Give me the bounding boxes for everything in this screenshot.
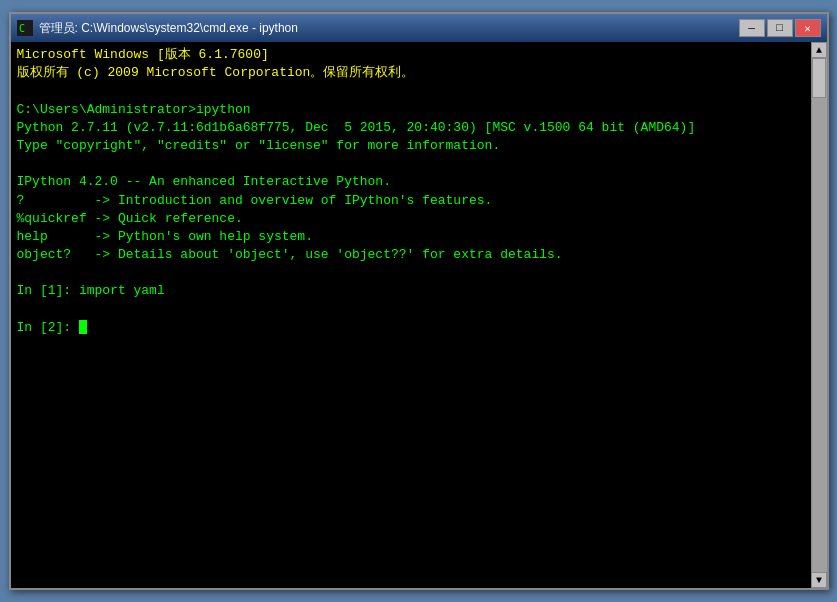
- terminal-output[interactable]: Microsoft Windows [版本 6.1.7600] 版权所有 (c)…: [11, 42, 811, 588]
- line-4: Python 2.7.11 (v2.7.11:6d1b6a68f775, Dec…: [17, 119, 805, 137]
- scrollbar-track[interactable]: [812, 58, 827, 572]
- svg-text:C: C: [19, 23, 25, 34]
- cmd-window: C 管理员: C:\Windows\system32\cmd.exe - ipy…: [9, 12, 829, 590]
- blank-3: [17, 264, 805, 282]
- titlebar: C 管理员: C:\Windows\system32\cmd.exe - ipy…: [11, 14, 827, 42]
- window-icon: C: [17, 20, 33, 36]
- line-5: Type "copyright", "credits" or "license"…: [17, 137, 805, 155]
- blank-1: [17, 82, 805, 100]
- scroll-down-button[interactable]: ▼: [811, 572, 827, 588]
- maximize-button[interactable]: □: [767, 19, 793, 37]
- scroll-up-button[interactable]: ▲: [811, 42, 827, 58]
- scrollbar[interactable]: ▲ ▼: [811, 42, 827, 588]
- close-button[interactable]: ✕: [795, 19, 821, 37]
- line-12: In [2]:: [17, 319, 805, 337]
- blank-4: [17, 301, 805, 319]
- content-area: Microsoft Windows [版本 6.1.7600] 版权所有 (c)…: [11, 42, 827, 588]
- line-2: 版权所有 (c) 2009 Microsoft Corporation。保留所有…: [17, 64, 805, 82]
- line-1: Microsoft Windows [版本 6.1.7600]: [17, 46, 805, 64]
- blank-2: [17, 155, 805, 173]
- line-3: C:\Users\Administrator>ipython: [17, 101, 805, 119]
- line-10: object? -> Details about 'object', use '…: [17, 246, 805, 264]
- scrollbar-thumb[interactable]: [812, 58, 826, 98]
- line-6: IPython 4.2.0 -- An enhanced Interactive…: [17, 173, 805, 191]
- window-title: 管理员: C:\Windows\system32\cmd.exe - ipyth…: [39, 20, 733, 37]
- line-8: %quickref -> Quick reference.: [17, 210, 805, 228]
- window-controls: — □ ✕: [739, 19, 821, 37]
- line-11: In [1]: import yaml: [17, 282, 805, 300]
- minimize-button[interactable]: —: [739, 19, 765, 37]
- line-7: ? -> Introduction and overview of IPytho…: [17, 192, 805, 210]
- line-9: help -> Python's own help system.: [17, 228, 805, 246]
